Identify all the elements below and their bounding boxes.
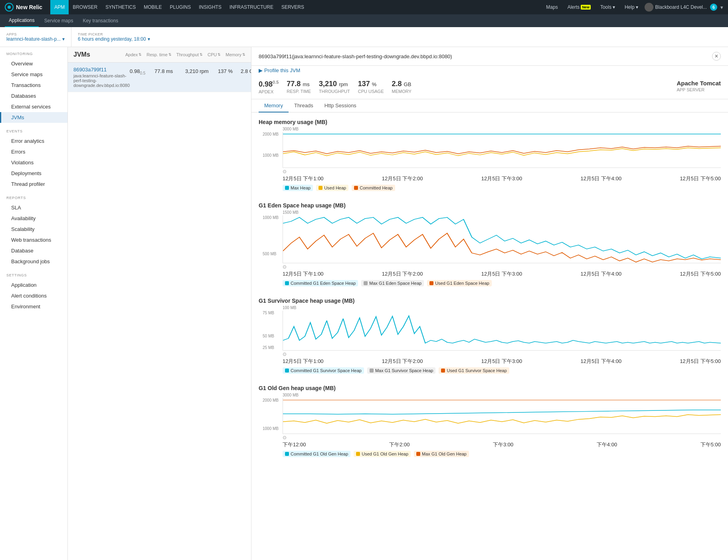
eden-x-2: 12月5日 下午3:00	[481, 270, 522, 278]
charts-section: Heap memory usage (MB) 3000 MB 2000 MB 1…	[251, 112, 728, 475]
jvm-memory-value: 2.8 GB	[241, 68, 251, 74]
sort-memory-icon: ⇅	[242, 53, 245, 57]
eden-x-4: 12月5日 下午5:00	[680, 270, 721, 278]
jvm-row-metrics: 0.980.5 77.8 ms 3,210 rpm 137 % 2.8 GB	[130, 68, 251, 75]
legend-max-heap-dot	[285, 186, 289, 190]
survivor-75-label: 75 MB	[263, 311, 274, 315]
sidebar-item-database[interactable]: Database	[0, 245, 67, 256]
heap-memory-chart: Heap memory usage (MB) 3000 MB 2000 MB 1…	[259, 119, 721, 191]
sidebar-item-errors[interactable]: Errors	[0, 146, 67, 157]
sidebar-item-transactions[interactable]: Transactions	[0, 80, 67, 91]
time-picker[interactable]: TIME PICKER 6 hours ending yesterday, 18…	[71, 27, 156, 47]
nav-item-plugins[interactable]: PLUGINS	[166, 0, 195, 14]
sidebar-item-environment[interactable]: Environment	[0, 301, 67, 312]
jvm-row-desc: java:learnnci-feature-slash-perf-testing…	[73, 73, 130, 88]
oldgen-x-0: 下午12:00	[283, 441, 306, 448]
stat-apdex: 0.980.5 APDEX	[259, 80, 279, 94]
col-cpu[interactable]: CPU ⇅	[208, 52, 221, 57]
sidebar-item-overview[interactable]: Overview	[0, 58, 67, 69]
heap-x-2: 12月5日 下午3:00	[481, 175, 522, 182]
memory-value: 2.8 GB	[392, 80, 411, 88]
survivor-25-label: 25 MB	[263, 345, 274, 350]
logo[interactable]: New Relic	[5, 3, 42, 12]
survivor-x-1: 12月5日 下午2:00	[382, 358, 423, 365]
sidebar-item-databases[interactable]: Databases	[0, 91, 67, 101]
survivor-scroll-icon[interactable]: ⊙	[283, 351, 721, 357]
user-avatar-button[interactable]: Blackboard L4C Devel...	[645, 3, 707, 12]
sidebar-item-violations[interactable]: Violations	[0, 157, 67, 168]
profile-jvm-link[interactable]: ▶ Profile this JVM	[251, 66, 728, 75]
maps-button[interactable]: Maps	[543, 4, 561, 10]
sidebar-item-application[interactable]: Application	[0, 280, 67, 290]
heap-scroll-icon[interactable]: ⊙	[283, 169, 721, 174]
sidebar-item-service-maps[interactable]: Service maps	[0, 69, 67, 80]
oldgen-scroll-icon[interactable]: ⊙	[283, 435, 721, 440]
time-label: TIME PICKER	[78, 32, 150, 36]
resp-time-label: RESP. TIME	[287, 89, 311, 94]
nav-item-apm[interactable]: APM	[50, 0, 69, 14]
sub-nav-key-transactions[interactable]: Key transactions	[79, 14, 122, 27]
jvm-cpu-value: 137 %	[218, 68, 236, 74]
survivor-x-3: 12月5日 下午4:00	[581, 358, 622, 365]
sub-nav-service-maps[interactable]: Service maps	[40, 14, 77, 27]
tab-http-sessions[interactable]: Http Sessions	[319, 99, 362, 112]
survivor-x-2: 12月5日 下午3:00	[481, 358, 522, 365]
eden-x-0: 12月5日 下午1:00	[283, 270, 324, 278]
notification-badge[interactable]: 6	[710, 4, 717, 11]
events-section-title: EVENTS	[0, 129, 67, 136]
legend-committed-oldgen-dot	[285, 452, 289, 456]
sidebar-item-sla[interactable]: SLA	[0, 202, 67, 213]
jvm-row[interactable]: 86903a799f11 java:learnnci-feature-slash…	[68, 63, 251, 92]
nav-item-servers[interactable]: SERVERS	[277, 0, 308, 14]
legend-used-oldgen: Used G1 Old Gen Heap	[354, 451, 411, 457]
legend-used-eden: Used G1 Eden Space Heap	[427, 280, 492, 286]
legend-committed-survivor: Committed G1 Survivor Space Heap	[283, 367, 364, 374]
sidebar-item-thread-profiler[interactable]: Thread profiler	[0, 179, 67, 189]
sidebar-item-availability[interactable]: Availability	[0, 213, 67, 224]
nav-item-infrastructure[interactable]: INFRASTRUCTURE	[226, 0, 277, 14]
sidebar-item-alert-conditions[interactable]: Alert conditions	[0, 290, 67, 301]
app-selector[interactable]: APPS learnnci-feature-slash-p... ▾	[0, 27, 71, 47]
nav-item-synthetics[interactable]: SYNTHETICS	[101, 0, 140, 14]
col-memory[interactable]: Memory ⇅	[226, 52, 245, 57]
legend-max-oldgen-dot	[416, 452, 420, 456]
nav-item-browser[interactable]: BROWSER	[69, 0, 101, 14]
oldgen-x-2: 下午3:00	[493, 441, 513, 448]
sidebar-item-deployments[interactable]: Deployments	[0, 168, 67, 179]
eden-svg	[283, 215, 721, 263]
logo-icon	[5, 3, 14, 12]
legend-max-heap: Max Heap	[283, 185, 313, 191]
survivor-max-label: 100 MB	[283, 306, 721, 310]
eden-scroll-icon[interactable]: ⊙	[283, 264, 721, 270]
tools-button[interactable]: Tools ▾	[597, 4, 618, 10]
sidebar-item-error-analytics[interactable]: Error analytics	[0, 136, 67, 146]
apdex-value: 0.980.5	[259, 80, 279, 89]
nav-item-insights[interactable]: INSIGHTS	[195, 0, 226, 14]
col-resp-time[interactable]: Resp. time ⇅	[146, 52, 172, 57]
sidebar-item-jvms[interactable]: JVMs	[0, 112, 67, 123]
close-button[interactable]: ✕	[712, 52, 721, 61]
tab-threads[interactable]: Threads	[289, 99, 319, 112]
eden-x-1: 12月5日 下午2:00	[382, 270, 423, 278]
eden-max-label: 1500 MB	[283, 210, 721, 215]
jvm-row-info: 86903a799f11 java:learnnci-feature-slash…	[73, 67, 130, 88]
sidebar-item-external-services[interactable]: External services	[0, 101, 67, 112]
monitoring-section: MONITORING Overview Service maps Transac…	[0, 47, 67, 124]
col-throughput[interactable]: Throughput ⇅	[176, 52, 203, 57]
legend-used-heap-dot	[318, 186, 322, 190]
alerts-button[interactable]: Alerts New	[564, 4, 594, 10]
alerts-new-badge: New	[581, 5, 591, 10]
nav-item-mobile[interactable]: MOBILE	[140, 0, 166, 14]
legend-max-survivor-dot	[370, 369, 374, 373]
sub-nav-applications[interactable]: Applications	[5, 14, 39, 27]
eden-x-3: 12月5日 下午4:00	[581, 270, 622, 278]
sidebar-item-web-transactions[interactable]: Web transactions	[0, 235, 67, 245]
tab-memory[interactable]: Memory	[259, 99, 289, 112]
help-button[interactable]: Help ▾	[621, 4, 641, 10]
legend-committed-eden: Committed G1 Eden Space Heap	[283, 280, 358, 286]
sidebar-item-scalability[interactable]: Scalability	[0, 224, 67, 235]
legend-used-survivor-dot	[441, 369, 445, 373]
sidebar-item-background-jobs[interactable]: Background jobs	[0, 256, 67, 267]
col-apdex[interactable]: Apdex ⇅	[125, 52, 142, 57]
eden-used-line	[283, 233, 721, 262]
